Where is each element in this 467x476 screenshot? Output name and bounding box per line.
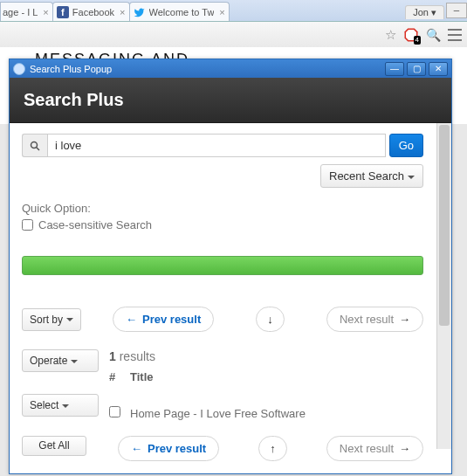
search-input[interactable] [47, 134, 386, 157]
popup-title: Search Plus Popup [30, 64, 112, 74]
case-sensitive-checkbox[interactable] [22, 219, 33, 231]
go-button[interactable]: Go [389, 134, 423, 157]
popup-maximize-icon[interactable]: ▢ [407, 62, 426, 76]
arrow-left-icon: ← [131, 442, 142, 455]
operate-button[interactable]: Operate [22, 349, 99, 372]
popup-scrollbar[interactable] [436, 123, 451, 449]
results-count: 1 results [109, 349, 423, 363]
facebook-icon: f [57, 6, 69, 18]
progress-bar [22, 256, 423, 275]
svg-line-3 [37, 147, 40, 150]
popup-minimize-icon[interactable]: — [385, 62, 404, 76]
row-checkbox[interactable] [109, 406, 120, 417]
arrow-up-icon: ↑ [270, 442, 276, 455]
results-table-header: # Title [109, 370, 423, 383]
recent-search-button[interactable]: Recent Search [320, 164, 423, 188]
table-row[interactable]: Home Page - I Love Free Software [109, 406, 423, 420]
sort-by-button[interactable]: Sort by [22, 308, 81, 331]
arrow-down-icon: ↓ [267, 313, 273, 326]
search-icon [22, 134, 47, 157]
row-title: Home Page - I Love Free Software [130, 407, 306, 420]
menu-icon[interactable] [448, 29, 462, 41]
case-sensitive-row[interactable]: Case-sensitive Search [22, 218, 423, 231]
search-plus-popup: Search Plus Popup — ▢ ✕ Search Plus Go R… [9, 59, 452, 474]
popup-titlebar[interactable]: Search Plus Popup — ▢ ✕ [10, 59, 451, 78]
col-hash: # [109, 370, 130, 383]
profile-button[interactable]: Jon ▾ [405, 5, 444, 19]
bookmark-star-icon[interactable]: ☆ [385, 27, 396, 43]
adblock-count: 4 [414, 36, 421, 45]
quick-option-label: Quick Option: [22, 202, 423, 215]
adblock-icon[interactable]: 4 [403, 27, 419, 43]
up-button[interactable]: ↑ [258, 436, 287, 461]
browser-tab[interactable]: Welcome to Tw × [129, 2, 230, 22]
arrow-right-icon: → [399, 313, 410, 326]
tab-label: age - I L [3, 7, 38, 17]
browser-tab[interactable]: f Facebook × [52, 2, 130, 22]
close-icon[interactable]: × [120, 7, 125, 17]
select-button[interactable]: Select [22, 394, 99, 417]
next-result-button[interactable]: Next result→ [326, 307, 423, 332]
browser-tabstrip: age - I L × f Facebook × Welcome to Tw ×… [0, 0, 467, 22]
browser-toolbar: ☆ 4 🔍 [0, 22, 467, 49]
window-minimize-icon[interactable]: ─ [446, 3, 467, 18]
zoom-icon[interactable]: 🔍 [426, 28, 441, 42]
prev-result-button[interactable]: ←Prev result [113, 307, 214, 332]
prev-result-button[interactable]: ←Prev result [118, 436, 219, 461]
popup-header-title: Search Plus [24, 90, 124, 109]
tab-label: Welcome to Tw [149, 7, 215, 17]
arrow-left-icon: ← [126, 313, 137, 326]
get-all-tabs-button[interactable]: Get All [22, 436, 86, 456]
browser-tab[interactable]: age - I L × [0, 2, 53, 22]
popup-app-icon [13, 63, 25, 75]
down-button[interactable]: ↓ [256, 307, 285, 332]
case-sensitive-label: Case-sensitive Search [38, 218, 152, 231]
twitter-icon [134, 6, 146, 18]
tab-label: Facebook [72, 7, 114, 17]
svg-point-2 [31, 141, 38, 148]
arrow-right-icon: → [399, 442, 410, 455]
popup-header: Search Plus [10, 78, 451, 123]
close-icon[interactable]: × [219, 7, 224, 17]
popup-close-icon[interactable]: ✕ [429, 62, 448, 76]
next-result-button[interactable]: Next result→ [326, 436, 423, 461]
col-title: Title [130, 370, 154, 383]
close-icon[interactable]: × [43, 7, 48, 17]
